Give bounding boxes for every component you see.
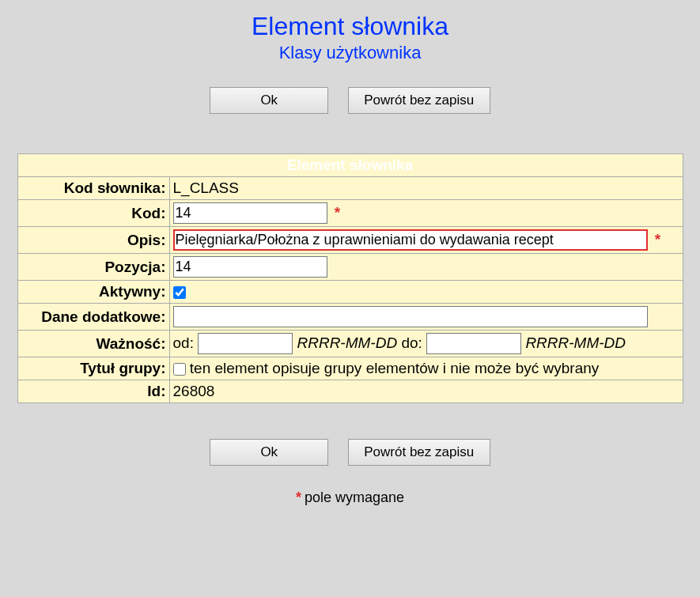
bottom-button-row: Ok Powrót bez zapisu bbox=[0, 439, 700, 466]
page-title: Element słownika bbox=[0, 12, 700, 41]
waznosc-do-input[interactable] bbox=[426, 333, 521, 354]
required-star-kod: * bbox=[335, 204, 340, 221]
ok-button-top[interactable]: Ok bbox=[210, 87, 328, 114]
form-table: Element słownika Kod słownika: L_CLASS K… bbox=[17, 153, 683, 403]
footer-required-star: * bbox=[296, 489, 301, 505]
table-header: Element słownika bbox=[17, 154, 683, 177]
label-kod: Kod: bbox=[17, 200, 169, 227]
opis-input[interactable] bbox=[173, 229, 648, 251]
tytul-grupy-text: ten element opisuje grupy elementów i ni… bbox=[190, 360, 600, 376]
waznosc-od-input[interactable] bbox=[198, 333, 293, 354]
label-id: Id: bbox=[17, 380, 169, 403]
pozycja-input[interactable] bbox=[173, 256, 327, 278]
footer-note: *pole wymagane bbox=[0, 489, 700, 506]
label-kod-slownika: Kod słownika: bbox=[17, 177, 169, 200]
label-opis: Opis: bbox=[17, 227, 169, 254]
page-subtitle: Klasy użytkownika bbox=[0, 43, 700, 63]
back-button-bottom[interactable]: Powrót bez zapisu bbox=[348, 439, 490, 466]
label-pozycja: Pozycja: bbox=[17, 254, 169, 281]
label-waznosc: Ważność: bbox=[17, 331, 169, 357]
date-od-label: od: bbox=[173, 334, 194, 351]
date-do-label: do: bbox=[401, 334, 422, 351]
value-kod-slownika: L_CLASS bbox=[169, 177, 683, 200]
back-button-top[interactable]: Powrót bez zapisu bbox=[348, 87, 490, 114]
label-aktywny: Aktywny: bbox=[17, 281, 169, 304]
tytul-grupy-checkbox[interactable] bbox=[173, 363, 186, 376]
label-dane-dodatkowe: Dane dodatkowe: bbox=[17, 304, 169, 331]
top-button-row: Ok Powrót bez zapisu bbox=[0, 87, 700, 114]
kod-input[interactable] bbox=[173, 202, 327, 224]
date-do-hint: RRRR-MM-DD bbox=[525, 334, 626, 351]
dane-dodatkowe-input[interactable] bbox=[173, 306, 648, 327]
date-od-hint: RRRR-MM-DD bbox=[297, 334, 397, 351]
value-id: 26808 bbox=[169, 380, 683, 403]
ok-button-bottom[interactable]: Ok bbox=[210, 439, 328, 466]
footer-text: pole wymagane bbox=[305, 489, 404, 505]
label-tytul-grupy: Tytuł grupy: bbox=[17, 357, 169, 380]
required-star-opis: * bbox=[655, 231, 660, 247]
aktywny-checkbox[interactable] bbox=[173, 286, 186, 299]
